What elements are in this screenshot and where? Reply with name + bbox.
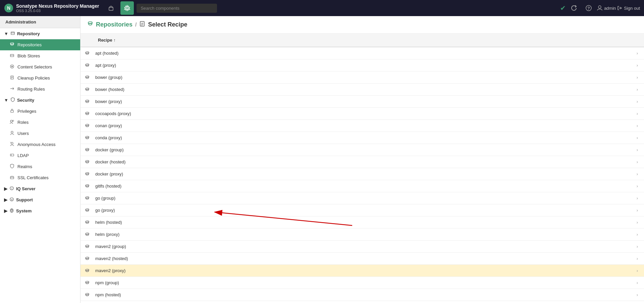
- recipe-table-container: Recipe ↑ apt (hosted) ›: [80, 34, 644, 303]
- realms-icon: [9, 164, 15, 169]
- row-db-icon: [80, 108, 94, 119]
- table-row[interactable]: npm (group) ›: [80, 277, 644, 289]
- row-label: npm (proxy): [94, 301, 631, 303]
- sidebar-item-cleanup-policies[interactable]: Cleanup Policies: [0, 72, 80, 84]
- app-logo-icon: N: [4, 3, 13, 13]
- table-row[interactable]: go (proxy) ›: [80, 204, 644, 216]
- row-label: apt (hosted): [94, 47, 631, 59]
- row-chevron: ›: [631, 47, 644, 59]
- svg-point-69: [86, 197, 89, 198]
- row-db-icon: [80, 217, 94, 228]
- table-row[interactable]: gitlfs (hosted) ›: [80, 180, 644, 192]
- signout-btn[interactable]: Sign out: [617, 5, 640, 11]
- sort-icon: ↑: [113, 38, 116, 43]
- row-db-icon: [80, 144, 94, 156]
- sidebar-item-roles[interactable]: Roles: [0, 117, 80, 128]
- table-row[interactable]: bower (proxy) ›: [80, 96, 644, 108]
- system-status-icon: ✔: [560, 4, 566, 12]
- breadcrumb-repositories-link[interactable]: Repositories: [96, 21, 132, 28]
- ldap-icon: [9, 153, 15, 158]
- browse-icon-btn[interactable]: [104, 1, 118, 15]
- svg-text:?: ?: [11, 198, 13, 201]
- support-label: Support: [16, 197, 33, 202]
- app-subtitle: OSS 3.25.0-03: [16, 9, 99, 13]
- arrow-down-icon: ▼: [4, 31, 8, 36]
- help-btn[interactable]: ?: [582, 1, 595, 15]
- signout-label: Sign out: [624, 6, 640, 11]
- repositories-label: Repositories: [17, 42, 42, 47]
- app-brand: N Sonatype Nexus Repository Manager OSS …: [4, 3, 99, 13]
- row-label: bower (group): [94, 71, 631, 83]
- row-label: helm (proxy): [94, 229, 631, 240]
- breadcrumb-repositories-icon: [87, 21, 93, 29]
- sidebar-item-content-selectors[interactable]: Content Selectors: [0, 61, 80, 72]
- search-input[interactable]: [137, 4, 217, 13]
- svg-point-81: [86, 269, 89, 270]
- row-db-icon: [80, 265, 94, 276]
- row-db-icon: [80, 193, 94, 204]
- row-db-icon: [80, 84, 94, 95]
- row-chevron: ›: [631, 108, 644, 119]
- system-label: System: [16, 208, 32, 213]
- security-group-icon: [10, 97, 15, 103]
- table-row[interactable]: docker (group) ›: [80, 144, 644, 156]
- user-name-label: admin: [604, 6, 616, 11]
- svg-point-35: [11, 189, 12, 189]
- sidebar-item-blob-stores[interactable]: Blob Stores: [0, 50, 80, 61]
- sidebar-group-system[interactable]: ▶ System: [0, 205, 80, 216]
- table-row[interactable]: maven2 (proxy) ›: [80, 265, 644, 277]
- row-db-icon: [80, 205, 94, 216]
- table-row[interactable]: apt (hosted) ›: [80, 47, 644, 59]
- row-db-icon: [80, 181, 94, 192]
- user-icon: [597, 5, 603, 11]
- row-label: bower (proxy): [94, 96, 631, 107]
- svg-point-65: [86, 172, 89, 174]
- svg-point-45: [86, 52, 89, 53]
- recipe-column-label: Recipe: [98, 38, 112, 43]
- row-chevron: ›: [631, 253, 644, 264]
- table-row[interactable]: helm (hosted) ›: [80, 216, 644, 229]
- table-row[interactable]: conan (proxy) ›: [80, 120, 644, 132]
- sidebar-item-ldap[interactable]: LDAP: [0, 150, 80, 161]
- recipe-rows: apt (hosted) › apt (proxy) › bower (: [80, 47, 644, 303]
- admin-icon-btn[interactable]: [120, 1, 134, 15]
- table-row[interactable]: npm (hosted) ›: [80, 289, 644, 301]
- sidebar-item-anonymous-access[interactable]: Anonymous Access: [0, 139, 80, 150]
- table-row[interactable]: helm (proxy) ›: [80, 229, 644, 241]
- table-row[interactable]: docker (proxy) ›: [80, 168, 644, 180]
- table-row[interactable]: cocoapods (proxy) ›: [80, 108, 644, 120]
- row-label: helm (hosted): [94, 216, 631, 228]
- sidebar-item-privileges[interactable]: Privileges: [0, 106, 80, 117]
- table-row[interactable]: npm (proxy) ›: [80, 301, 644, 303]
- sidebar-item-repositories[interactable]: Repositories: [0, 39, 80, 50]
- sidebar-group-repository[interactable]: ▼ Repository: [0, 28, 80, 39]
- sidebar-item-ssl-certificates[interactable]: SSL Certificates: [0, 172, 80, 183]
- row-chevron: ›: [631, 59, 644, 71]
- sidebar-item-users[interactable]: Users: [0, 128, 80, 139]
- main-layout: Administration ▼ Repository Repositories…: [0, 16, 644, 303]
- table-row[interactable]: conda (proxy) ›: [80, 132, 644, 144]
- row-label: maven2 (group): [94, 241, 631, 252]
- row-chevron: ›: [631, 289, 644, 301]
- sidebar-group-support[interactable]: ▶ ? Support: [0, 194, 80, 205]
- content-selectors-label: Content Selectors: [17, 64, 52, 69]
- top-navigation: N Sonatype Nexus Repository Manager OSS …: [0, 0, 644, 16]
- table-row[interactable]: maven2 (hosted) ›: [80, 253, 644, 265]
- table-row[interactable]: bower (hosted) ›: [80, 84, 644, 96]
- sidebar-group-security[interactable]: ▼ Security: [0, 95, 80, 106]
- user-menu[interactable]: admin: [597, 5, 616, 11]
- sidebar-item-realms[interactable]: Realms: [0, 161, 80, 172]
- table-row[interactable]: bower (group) ›: [80, 71, 644, 84]
- table-row[interactable]: apt (proxy) ›: [80, 59, 644, 71]
- iq-server-icon: [9, 186, 14, 192]
- table-row[interactable]: maven2 (group) ›: [80, 241, 644, 253]
- table-row[interactable]: docker (hosted) ›: [80, 156, 644, 168]
- row-chevron: ›: [631, 132, 644, 144]
- sidebar-group-iq-server[interactable]: ▶ IQ Server: [0, 183, 80, 194]
- sidebar-item-routing-rules[interactable]: Routing Rules: [0, 84, 80, 95]
- row-db-icon: [80, 253, 94, 264]
- refresh-btn[interactable]: [567, 1, 581, 15]
- refresh-icon: [571, 5, 577, 11]
- sidebar-section-header: Administration: [0, 16, 80, 28]
- table-row[interactable]: go (group) ›: [80, 192, 644, 204]
